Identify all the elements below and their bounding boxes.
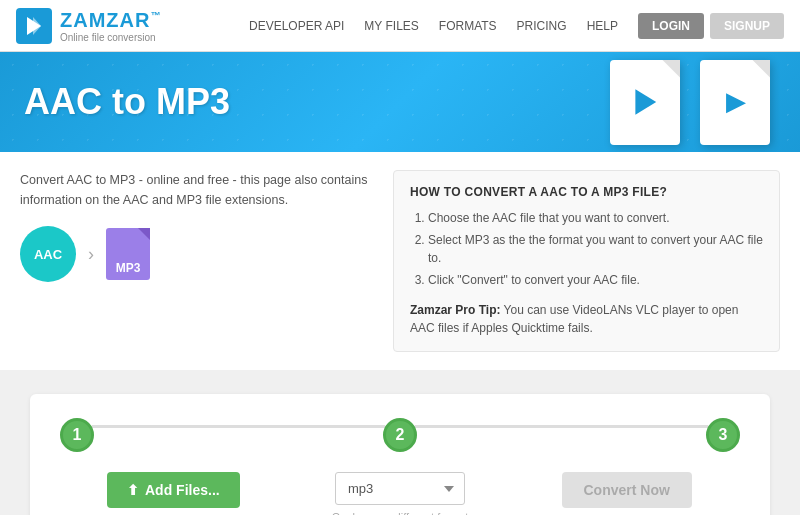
step-node-2: 2	[383, 418, 417, 452]
hero-source-file-icon	[610, 60, 680, 145]
logo-icon	[16, 8, 52, 44]
pro-tip-label: Zamzar Pro Tip:	[410, 303, 500, 317]
mp3-label: MP3	[116, 261, 141, 275]
nav-formats[interactable]: FORMATS	[439, 19, 497, 33]
nav-buttons: LOGIN SIGNUP	[638, 13, 784, 39]
step-circle-3: 3	[706, 418, 740, 452]
convert-button[interactable]: Convert Now	[562, 472, 692, 508]
header: ZAMZAR™ Online file conversion DEVELOPER…	[0, 0, 800, 52]
howto-step-2: Select MP3 as the the format you want to…	[428, 231, 763, 267]
hero-banner: AAC to MP3 ▶	[0, 52, 800, 152]
add-files-label: Add Files...	[145, 482, 220, 498]
format-select[interactable]: mp3	[335, 472, 465, 505]
right-panel: HOW TO CONVERT A AAC TO A MP3 FILE? Choo…	[393, 170, 780, 352]
nav-pricing[interactable]: PRICING	[517, 19, 567, 33]
converter-box: 1 2 3 ⬆ Add Files... Drag & drop files, …	[30, 394, 770, 515]
converter-section: 1 2 3 ⬆ Add Files... Drag & drop files, …	[0, 370, 800, 515]
logo-sub: Online file conversion	[60, 32, 161, 43]
converter-controls: ⬆ Add Files... Drag & drop files, or sel…	[60, 472, 740, 515]
description-text: Convert AAC to MP3 - online and free - t…	[20, 170, 373, 210]
steps-bar: 1 2 3	[60, 418, 740, 452]
nav-help[interactable]: HELP	[587, 19, 618, 33]
hero-play-icon	[629, 86, 661, 118]
aac-icon: AAC	[20, 226, 76, 282]
left-panel: Convert AAC to MP3 - online and free - t…	[20, 170, 373, 352]
hero-title: AAC to MP3	[24, 81, 230, 123]
howto-step-1: Choose the AAC file that you want to con…	[428, 209, 763, 227]
howto-step-3: Click "Convert" to convert your AAC file…	[428, 271, 763, 289]
hero-file-icons: ▶	[320, 52, 800, 152]
main-content: Convert AAC to MP3 - online and free - t…	[0, 152, 800, 370]
control-step-1: ⬆ Add Files... Drag & drop files, or sel…	[60, 472, 287, 515]
logo-text: ZAMZAR™ Online file conversion	[60, 9, 161, 43]
format-select-area: mp3 Or choose a different format	[332, 472, 469, 515]
step-circle-1: 1	[60, 418, 94, 452]
step-circle-2: 2	[383, 418, 417, 452]
step-node-1: 1	[60, 418, 94, 452]
mp3-file-icon: MP3	[106, 228, 150, 280]
svg-marker-1	[33, 17, 41, 35]
nav-my-files[interactable]: MY FILES	[364, 19, 418, 33]
signup-button[interactable]: SIGNUP	[710, 13, 784, 39]
file-icons-row: AAC › MP3	[20, 226, 373, 282]
login-button[interactable]: LOGIN	[638, 13, 704, 39]
arrow-right-icon: ›	[88, 244, 94, 265]
main-nav: DEVELOPER API MY FILES FORMATS PRICING H…	[249, 13, 784, 39]
logo-name: ZAMZAR™	[60, 9, 161, 32]
control-step-3: Convert Now (And agree to our Terms ) Em…	[513, 472, 740, 515]
nav-developer-api[interactable]: DEVELOPER API	[249, 19, 344, 33]
control-step-2: mp3 Or choose a different format	[287, 472, 514, 515]
step-line-1-2	[92, 425, 385, 428]
hero-target-file-icon: ▶	[700, 60, 770, 145]
pro-tip: Zamzar Pro Tip: You can use VideoLANs VL…	[410, 301, 763, 337]
howto-steps: Choose the AAC file that you want to con…	[410, 209, 763, 289]
add-files-button[interactable]: ⬆ Add Files...	[107, 472, 240, 508]
logo-area: ZAMZAR™ Online file conversion	[16, 8, 161, 44]
convert-area: Convert Now (And agree to our Terms ) Em…	[562, 472, 692, 515]
upload-icon: ⬆	[127, 482, 139, 498]
format-hint: Or choose a different format	[332, 511, 469, 515]
step-line-2-3	[415, 425, 708, 428]
step-node-3: 3	[706, 418, 740, 452]
howto-title: HOW TO CONVERT A AAC TO A MP3 FILE?	[410, 185, 763, 199]
